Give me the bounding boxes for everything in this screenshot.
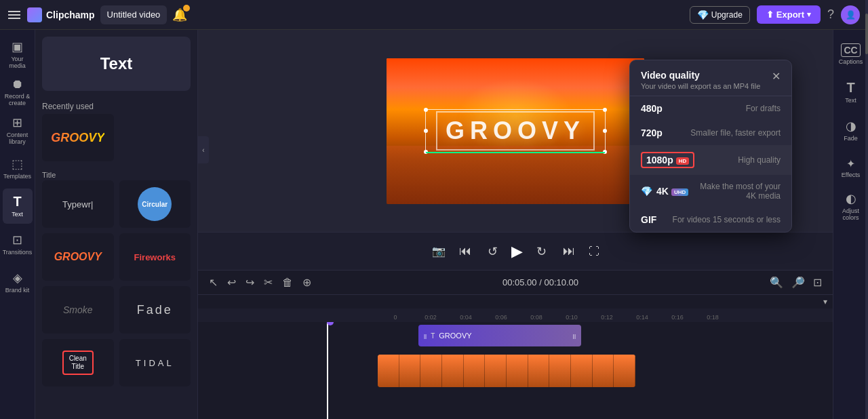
- forward-button[interactable]: ↻: [534, 241, 549, 262]
- text-hero-card[interactable]: Text: [42, 37, 191, 91]
- upgrade-button[interactable]: 💎 Upgrade: [690, 6, 750, 24]
- track-resize-left[interactable]: ||: [424, 333, 427, 339]
- smoke-text: Smoke: [63, 304, 93, 315]
- vq-option-720p[interactable]: 720p Smaller file, faster export: [630, 121, 791, 145]
- vq-header: Video quality Your video will export as …: [630, 60, 791, 96]
- export-button[interactable]: ⬆ Export ▾: [757, 5, 821, 24]
- ruler-tick-10: 0:10: [554, 314, 589, 321]
- video-canvas: GROOVY: [387, 58, 644, 204]
- sidebar-item-transitions[interactable]: ⊡ Transitions: [3, 226, 33, 262]
- adjust-colors-icon: ◐: [846, 191, 856, 206]
- sidebar-label-content-library: Content library: [3, 132, 33, 146]
- sidebar-item-captions[interactable]: CC Captions: [836, 37, 866, 72]
- video-controls: 📷 ⏮ ↺ ▶ ↻ ⏭ ⛶: [198, 232, 833, 270]
- sidebar-item-brand-kit[interactable]: ◈ Brand kit: [3, 264, 33, 300]
- skip-back-button[interactable]: ⏮: [456, 241, 474, 261]
- select-tool-button[interactable]: ↖: [206, 275, 220, 290]
- handle-top-right[interactable]: [603, 108, 607, 112]
- sidebar-item-templates[interactable]: ⬚ Templates: [3, 151, 33, 186]
- total-time: 00:10.00: [544, 277, 578, 287]
- sidebar-item-text[interactable]: T Text: [3, 188, 33, 224]
- sidebar-item-content-library[interactable]: ⊞ Content library: [3, 113, 33, 148]
- transitions-icon: ⊡: [12, 233, 22, 247]
- timeline-ruler: 0 0:02 0:04 0:06 0:08 0:10: [198, 308, 833, 322]
- zoom-out-button[interactable]: 🔍: [767, 275, 786, 290]
- sidebar-item-fade[interactable]: ◑ Fade: [836, 113, 866, 148]
- video-segment-12: [614, 355, 635, 387]
- fullscreen-button[interactable]: ⛶: [589, 245, 599, 258]
- skip-forward-button[interactable]: ⏭: [560, 241, 578, 261]
- diamond-icon-4k: 💎: [641, 186, 652, 197]
- delete-button[interactable]: 🗑: [279, 275, 296, 290]
- sidebar-item-text-tool[interactable]: T Text: [836, 75, 866, 110]
- hamburger-menu[interactable]: [8, 8, 22, 22]
- sidebar-item-your-media[interactable]: ▣ Your media: [3, 37, 33, 72]
- zoom-in-button[interactable]: 🔎: [789, 275, 808, 290]
- clean-title-card: CleanTitle: [62, 351, 94, 375]
- sidebar-item-adjust-colors[interactable]: ◐ Adjust colors: [836, 188, 866, 224]
- tick-label: 0:16: [671, 314, 684, 321]
- template-smoke[interactable]: Smoke: [42, 286, 114, 334]
- rewind-button[interactable]: ↺: [485, 241, 500, 262]
- handle-middle-left[interactable]: [424, 129, 428, 133]
- sidebar-item-effects[interactable]: ✦ Effects: [836, 151, 866, 186]
- ruler-tick-8: 0:08: [519, 314, 554, 321]
- camera-icon[interactable]: 📷: [432, 245, 446, 258]
- video-segment-10: [571, 355, 593, 387]
- tick-label: 0: [393, 314, 397, 321]
- template-tidal[interactable]: TIDAL: [119, 339, 191, 386]
- vq-close-button[interactable]: ✕: [772, 70, 781, 83]
- vq-title: Video quality: [641, 70, 760, 81]
- title-templates-grid: Typewr| Circular GROOVY Fireworks Smoke: [35, 180, 197, 393]
- fit-timeline-button[interactable]: ⊡: [810, 275, 825, 290]
- template-fireworks[interactable]: Fireworks: [119, 233, 191, 281]
- tick-label: 0:10: [566, 314, 578, 321]
- template-circular[interactable]: Circular: [119, 180, 191, 228]
- template-clean-title[interactable]: CleanTitle: [42, 339, 114, 386]
- playhead[interactable]: [327, 322, 328, 419]
- cut-button[interactable]: ✂: [261, 275, 275, 290]
- sidebar-item-record[interactable]: ⏺ Record & create: [3, 75, 33, 110]
- template-fade[interactable]: Fade: [119, 286, 191, 334]
- expand-icon[interactable]: ▾: [823, 297, 827, 306]
- vq-option-gif[interactable]: GIF For videos 15 seconds or less: [630, 207, 791, 232]
- more-tools-button[interactable]: ⊕: [300, 275, 314, 290]
- vq-option-1080p[interactable]: 1080pHD High quality: [630, 145, 791, 175]
- ruler-tick-4: 0:04: [448, 314, 484, 321]
- captions-label: Captions: [839, 59, 863, 66]
- text-icon: T: [13, 194, 21, 210]
- bell-notifications[interactable]: 🔔: [172, 7, 187, 22]
- help-icon[interactable]: ?: [827, 7, 834, 22]
- play-button[interactable]: ▶: [511, 243, 523, 260]
- timeline-area: ↖ ↩ ↪ ✂ 🗑 ⊕ 00:05.00 / 00:10.00 🔍 🔎 ⊡: [198, 270, 833, 419]
- hd-badge: HD: [676, 157, 690, 165]
- topbar: Clipchamp Untitled video 🔔 💎 Upgrade ⬆ E…: [0, 0, 868, 30]
- text-panel: Text Recently used GROOVY Title Typewr| …: [35, 30, 198, 419]
- text-track-row: || T GROOVY ||: [378, 322, 833, 349]
- video-track-clip[interactable]: [378, 355, 635, 387]
- redo-button[interactable]: ↪: [243, 275, 257, 290]
- sidebar-label-record: Record & create: [3, 94, 33, 107]
- vq-option-480p[interactable]: 480p For drafts: [630, 96, 791, 121]
- text-track-clip[interactable]: || T GROOVY ||: [418, 325, 581, 346]
- video-track-row: [378, 352, 833, 390]
- vq-label-1080p: 1080pHD: [641, 152, 694, 168]
- timeline-toolbar: ↖ ↩ ↪ ✂ 🗑 ⊕ 00:05.00 / 00:10.00 🔍 🔎 ⊡: [198, 271, 833, 295]
- user-avatar[interactable]: 👤: [841, 5, 860, 24]
- track-resize-right[interactable]: ||: [573, 333, 576, 339]
- adjust-colors-label: Adjust colors: [836, 208, 866, 222]
- handle-top-left[interactable]: [424, 108, 428, 112]
- vq-option-4k[interactable]: 💎 4KUHD Make the most of your 4K media: [630, 175, 791, 207]
- tick-label: 0:14: [636, 314, 648, 321]
- tick-label: 0:02: [425, 314, 437, 321]
- selection-handles[interactable]: GROOVY: [425, 109, 606, 153]
- handle-middle-right[interactable]: [603, 129, 607, 133]
- undo-button[interactable]: ↩: [224, 275, 239, 290]
- video-segment-4: [442, 355, 464, 387]
- template-groovy-gradient[interactable]: GROOVY: [42, 114, 114, 161]
- templates-icon: ⬚: [12, 157, 23, 172]
- project-title[interactable]: Untitled video: [100, 5, 167, 24]
- typewriter-text: Typewr|: [62, 199, 93, 210]
- template-typewriter[interactable]: Typewr|: [42, 180, 114, 228]
- template-groovy-orange[interactable]: GROOVY: [42, 233, 114, 281]
